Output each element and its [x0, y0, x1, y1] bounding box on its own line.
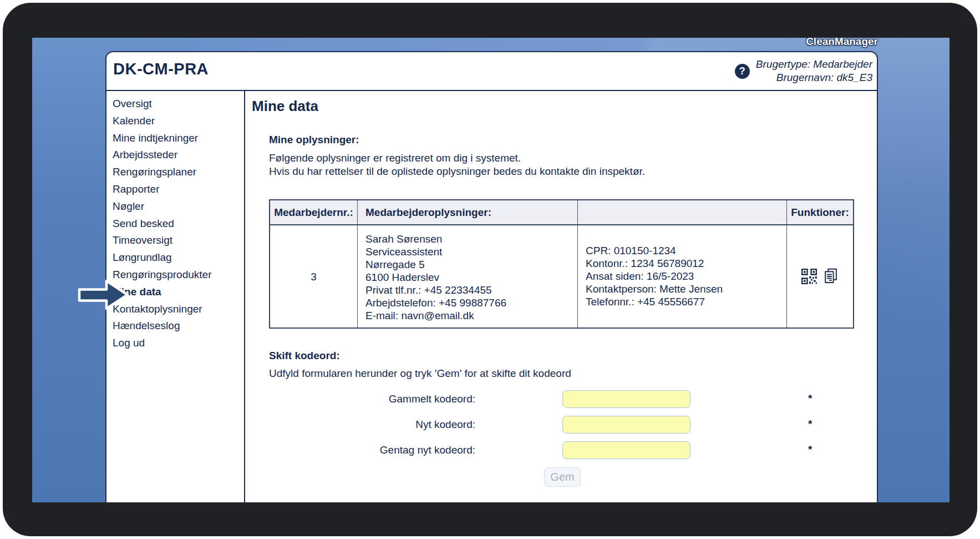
user-info-block: ? Brugertype: Medarbejder Brugernavn: dk…	[735, 57, 872, 85]
page-title: Mine data	[252, 98, 318, 115]
user-info-lines: Brugertype: Medarbejder Brugernavn: dk5_…	[756, 58, 872, 84]
sidebar-item-longrundlag[interactable]: Løngrundlag	[113, 249, 242, 266]
header-empty	[577, 200, 786, 224]
form-row-old-password: Gammelt kodeord: *	[269, 390, 824, 408]
header-medarbejderoplysninger: Medarbejderoplysninger:	[357, 200, 577, 224]
sidebar-item-rapporter[interactable]: Rapporter	[113, 181, 242, 198]
extra-account: Kontonr.: 1234 56789012	[586, 257, 786, 270]
qr-code-icon[interactable]	[801, 268, 817, 285]
sidebar-item-mine-data[interactable]: Mine data	[113, 284, 242, 301]
brand-label: CleanManager	[806, 36, 878, 48]
help-icon[interactable]: ?	[735, 64, 750, 79]
table-row: 3 Sarah Sørensen Serviceassistent Nørreg…	[270, 225, 853, 328]
info-line-2: Hvis du har rettelser til de oplistede o…	[269, 165, 645, 178]
required-marker: *	[808, 416, 812, 432]
password-section-heading: Skift kodeord:	[269, 350, 340, 362]
detail-email: E-mail: navn@email.dk	[365, 309, 577, 322]
table-header-row: Medarbejdernr.: Medarbejderoplysninger: …	[270, 200, 853, 225]
repeat-password-input[interactable]	[562, 441, 690, 459]
sidebar-item-log-ud[interactable]: Log ud	[113, 335, 242, 352]
detail-city: 6100 Haderslev	[365, 271, 577, 284]
screenshot-stage: CleanManager DK-CM-PRA ? Brugertype: Med…	[0, 0, 980, 539]
required-marker: *	[808, 390, 812, 407]
app-window: DK-CM-PRA ? Brugertype: Medarbejder Brug…	[105, 51, 878, 502]
user-type-label: Brugertype: Medarbejder	[756, 58, 872, 71]
detail-private-phone: Privat tlf.nr.: +45 22334455	[365, 284, 577, 296]
detail-title: Serviceassistent	[365, 245, 577, 258]
extra-employed-since: Ansat siden: 16/5-2023	[586, 270, 786, 283]
extra-contact-person: Kontaktperson: Mette Jensen	[586, 283, 786, 295]
employee-table: Medarbejdernr.: Medarbejderoplysninger: …	[269, 199, 854, 329]
password-instruction: Udfyld formularen herunder og tryk 'Gem'…	[269, 367, 571, 380]
save-button[interactable]: Gem	[544, 467, 581, 487]
sidebar-item-kontaktoplysninger[interactable]: Kontaktoplysninger	[113, 301, 242, 318]
sidebar-item-send-besked[interactable]: Send besked	[113, 215, 242, 233]
sidebar-item-timeoversigt[interactable]: Timeoversigt	[113, 232, 242, 249]
sidebar-item-mine-indtjekninger[interactable]: Mine indtjekninger	[113, 130, 242, 147]
new-password-label: Nyt kodeord:	[269, 416, 475, 434]
employee-functions	[786, 225, 853, 328]
old-password-input[interactable]	[562, 390, 690, 408]
user-name-label: Brugernavn: dk5_E3	[756, 71, 872, 84]
info-section-heading: Mine oplysninger:	[269, 134, 359, 146]
header-funktioner: Funktioner:	[786, 200, 853, 224]
sidebar-item-kalender[interactable]: Kalender	[113, 113, 242, 130]
required-marker: *	[808, 441, 812, 458]
extra-phone: Telefonnr.: +45 45556677	[586, 295, 786, 308]
employee-extra: CPR: 010150-1234 Kontonr.: 1234 56789012…	[577, 225, 786, 328]
detail-work-phone: Arbejdstelefon: +45 99887766	[365, 296, 577, 309]
employee-number: 3	[270, 225, 357, 328]
sidebar-item-rengoringsplaner[interactable]: Rengøringsplaner	[113, 164, 242, 181]
sidebar-menu: Oversigt Kalender Mine indtjekninger Arb…	[113, 95, 242, 352]
form-row-repeat-password: Gentag nyt kodeord: *	[269, 441, 824, 459]
window-title: DK-CM-PRA	[113, 60, 209, 78]
sidebar-item-arbejdssteder[interactable]: Arbejdssteder	[113, 147, 242, 164]
employee-details: Sarah Sørensen Serviceassistent Nørregad…	[357, 225, 577, 328]
new-password-input[interactable]	[562, 416, 690, 434]
sidebar-item-haendelseslog[interactable]: Hændelseslog	[113, 318, 242, 335]
repeat-password-label: Gentag nyt kodeord:	[269, 441, 475, 459]
header-medarbejdernr: Medarbejdernr.:	[270, 200, 357, 224]
sidebar-item-oversigt[interactable]: Oversigt	[113, 95, 242, 113]
info-line-1: Følgende oplysninger er registreret om d…	[269, 152, 521, 165]
extra-cpr: CPR: 010150-1234	[586, 244, 786, 257]
detail-name: Sarah Sørensen	[365, 233, 577, 245]
old-password-label: Gammelt kodeord:	[269, 390, 475, 408]
sidebar-item-rengoringsprodukter[interactable]: Rengøringsprodukter	[113, 266, 242, 284]
window-header: DK-CM-PRA ? Brugertype: Medarbejder Brug…	[106, 52, 877, 91]
pointer-arrow-icon	[77, 276, 130, 313]
sidebar-item-nogler[interactable]: Nøgler	[113, 198, 242, 215]
detail-street: Nørregade 5	[365, 258, 577, 271]
document-copy-icon[interactable]	[822, 268, 839, 285]
form-row-new-password: Nyt kodeord: *	[269, 416, 824, 434]
